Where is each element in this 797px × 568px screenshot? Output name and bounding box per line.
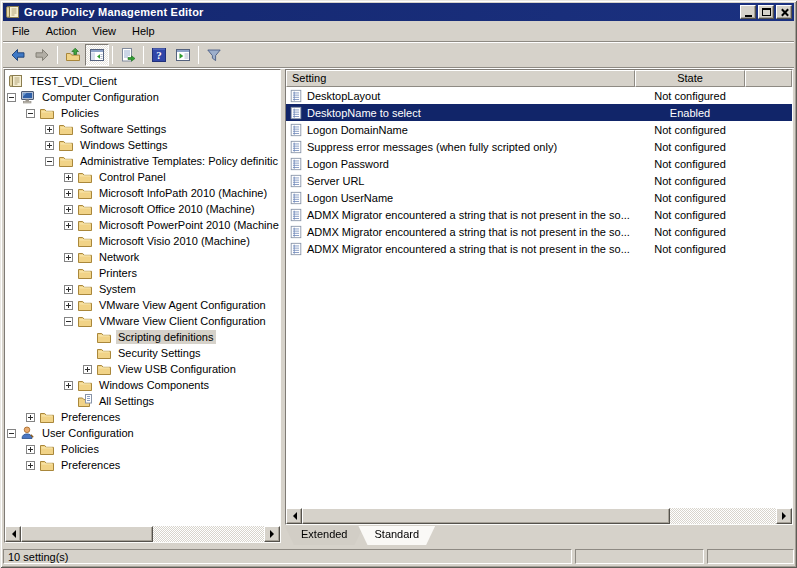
expander-plus-icon[interactable]	[64, 253, 73, 262]
expander-plus-icon[interactable]	[64, 285, 73, 294]
menu-file[interactable]: File	[4, 21, 38, 41]
view-tabs: ExtendedStandard	[285, 525, 793, 545]
menu-help[interactable]: Help	[124, 21, 163, 41]
expander-minus-icon[interactable]	[7, 93, 16, 102]
back-button[interactable]	[6, 44, 30, 66]
column-header-filler[interactable]	[745, 70, 792, 87]
forward-button[interactable]	[30, 44, 54, 66]
expander-slot	[7, 93, 19, 102]
tree-item-control-panel[interactable]: Control Panel	[5, 169, 280, 185]
filter-button[interactable]	[202, 44, 226, 66]
tree-item-microsoft-visio-2010-machine[interactable]: Microsoft Visio 2010 (Machine)	[5, 233, 280, 249]
tree-item-windows-settings[interactable]: Windows Settings	[5, 137, 280, 153]
expander-slot	[64, 285, 76, 294]
setting-row[interactable]: Server URLNot configured	[286, 172, 792, 189]
tree-item-windows-components[interactable]: Windows Components	[5, 377, 280, 393]
tree-item-software-settings[interactable]: Software Settings	[5, 121, 280, 137]
expander-plus-icon[interactable]	[64, 205, 73, 214]
scroll-track[interactable]	[302, 508, 776, 524]
expander-plus-icon[interactable]	[26, 461, 35, 470]
scroll-right-button[interactable]	[264, 526, 280, 542]
up-one-level-button[interactable]	[61, 44, 85, 66]
expander-plus-icon[interactable]	[64, 301, 73, 310]
tree-item-user-configuration[interactable]: User Configuration	[5, 425, 280, 441]
folder-icon	[39, 441, 55, 457]
expander-slot	[64, 317, 76, 326]
setting-row[interactable]: ADMX Migrator encountered a string that …	[286, 223, 792, 240]
setting-doc-icon	[289, 242, 303, 256]
setting-row[interactable]: DesktopName to selectEnabled	[286, 104, 792, 121]
expander-plus-icon[interactable]	[64, 221, 73, 230]
tree-item-label: Microsoft PowerPoint 2010 (Machine	[97, 218, 280, 232]
setting-row[interactable]: DesktopLayoutNot configured	[286, 87, 792, 104]
maximize-icon	[762, 8, 771, 16]
tree-item-view-usb-configuration[interactable]: View USB Configuration	[5, 361, 280, 377]
expander-minus-icon[interactable]	[7, 429, 16, 438]
setting-row[interactable]: ADMX Migrator encountered a string that …	[286, 240, 792, 257]
tree-item-microsoft-infopath-2010-machine[interactable]: Microsoft InfoPath 2010 (Machine)	[5, 185, 280, 201]
tree-item-policies[interactable]: Policies	[5, 105, 280, 121]
tree-item-administrative-templates-policy-definitic[interactable]: Administrative Templates: Policy definit…	[5, 153, 280, 169]
setting-row[interactable]: Suppress error messages (when fully scri…	[286, 138, 792, 155]
expander-plus-icon[interactable]	[26, 445, 35, 454]
scroll-thumb[interactable]	[302, 508, 670, 524]
tab-standard[interactable]: Standard	[358, 526, 435, 545]
expander-plus-icon[interactable]	[64, 173, 73, 182]
setting-row[interactable]: Logon UserNameNot configured	[286, 189, 792, 206]
expander-plus-icon[interactable]	[83, 365, 92, 374]
expander-minus-icon[interactable]	[45, 157, 54, 166]
tree-item-policies[interactable]: Policies	[5, 441, 280, 457]
scroll-thumb[interactable]	[21, 526, 153, 542]
close-button[interactable]	[776, 5, 792, 19]
scroll-left-button[interactable]	[5, 526, 21, 542]
tree-item-microsoft-powerpoint-2010-machine[interactable]: Microsoft PowerPoint 2010 (Machine	[5, 217, 280, 233]
tree-item-computer-configuration[interactable]: Computer Configuration	[5, 89, 280, 105]
maximize-button[interactable]	[758, 5, 774, 19]
setting-name: Logon DomainName	[307, 124, 408, 136]
menu-view[interactable]: View	[84, 21, 124, 41]
tree-item-preferences[interactable]: Preferences	[5, 457, 280, 473]
tree-item-all-settings[interactable]: All Settings	[5, 393, 280, 409]
tree-item-network[interactable]: Network	[5, 249, 280, 265]
help-button[interactable]: ?	[147, 44, 171, 66]
export-list-icon	[120, 47, 136, 63]
minimize-button[interactable]	[740, 5, 756, 19]
policy-setting-icon-wrap	[289, 89, 303, 103]
expander-plus-icon[interactable]	[45, 125, 54, 134]
expander-plus-icon[interactable]	[64, 189, 73, 198]
expander-plus-icon[interactable]	[64, 381, 73, 390]
tree-item-label: TEST_VDI_Client	[28, 74, 120, 88]
column-header-state[interactable]: State	[635, 70, 745, 87]
settings-area: SettingState DesktopLayoutNot configured…	[285, 69, 793, 545]
show-console-tree-button[interactable]	[85, 44, 109, 66]
scroll-right-button[interactable]	[776, 508, 792, 524]
tree-item-security-settings[interactable]: Security Settings	[5, 345, 280, 361]
export-list-button[interactable]	[116, 44, 140, 66]
expander-slot	[64, 253, 76, 262]
scroll-track[interactable]	[21, 526, 264, 542]
expander-minus-icon[interactable]	[64, 317, 73, 326]
folder-icon-wrap	[39, 105, 55, 121]
tree-item-vmware-view-agent-configuration[interactable]: VMware View Agent Configuration	[5, 297, 280, 313]
menu-action[interactable]: Action	[38, 21, 85, 41]
tab-extended[interactable]: Extended	[285, 526, 363, 545]
tree-item-system[interactable]: System	[5, 281, 280, 297]
tree-item-label: All Settings	[97, 394, 157, 408]
setting-row[interactable]: Logon PasswordNot configured	[286, 155, 792, 172]
tree-item-printers[interactable]: Printers	[5, 265, 280, 281]
scroll-left-button[interactable]	[286, 508, 302, 524]
tree-item-vmware-view-client-configuration[interactable]: VMware View Client Configuration	[5, 313, 280, 329]
tree-item-test-vdi-client[interactable]: TEST_VDI_Client	[5, 73, 280, 89]
folder-icon-wrap	[77, 313, 93, 329]
expander-plus-icon[interactable]	[45, 141, 54, 150]
column-header-setting[interactable]: Setting	[286, 70, 635, 87]
expander-plus-icon[interactable]	[26, 413, 35, 422]
expander-minus-icon[interactable]	[26, 109, 35, 118]
tree-item-microsoft-office-2010-machine[interactable]: Microsoft Office 2010 (Machine)	[5, 201, 280, 217]
tree-item-scripting-definitions[interactable]: Scripting definitions	[5, 329, 280, 345]
setting-row[interactable]: ADMX Migrator encountered a string that …	[286, 206, 792, 223]
setting-row[interactable]: Logon DomainNameNot configured	[286, 121, 792, 138]
folder-icon-wrap	[96, 345, 112, 361]
show-properties-button[interactable]	[171, 44, 195, 66]
tree-item-preferences[interactable]: Preferences	[5, 409, 280, 425]
